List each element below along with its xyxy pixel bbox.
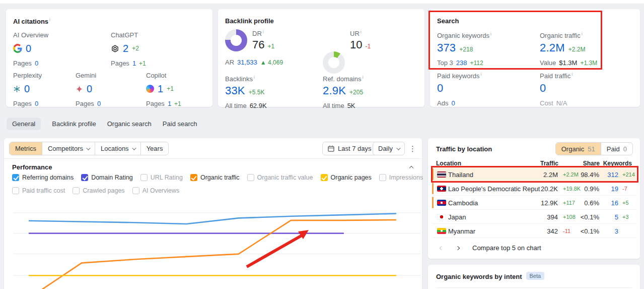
laos-flag-icon bbox=[437, 186, 446, 192]
metric-checkbox-organic-pages[interactable]: Organic pages bbox=[321, 174, 372, 181]
gemini-icon bbox=[76, 85, 83, 93]
organic-keywords-stat: Organic keywordsi 373 +218 Top 3238+112 bbox=[437, 31, 491, 67]
granularity-button[interactable]: Daily bbox=[373, 142, 405, 155]
info-icon[interactable]: i bbox=[254, 75, 255, 80]
location-table-header: Location Traffic Share Keywords bbox=[432, 159, 636, 167]
ai-stat-ai-overview: AI Overview 0 Pages0 bbox=[13, 31, 48, 67]
metric-checkbox-referring-domains[interactable]: Referring domains bbox=[12, 174, 74, 181]
toggle-organic[interactable]: Organic51 bbox=[556, 143, 601, 155]
location-row-cambodia[interactable]: Cambodia 12.9K +117 0.6% 16 +5 bbox=[432, 196, 636, 210]
info-icon[interactable]: i bbox=[49, 17, 50, 22]
metric-checkbox-ai-overviews[interactable]: AI Overviews bbox=[132, 187, 180, 194]
location-row-thailand[interactable]: Thailand 2.2M +2.2M 98.4% 312 +214 bbox=[432, 167, 636, 182]
up-triangle-icon: ▲ bbox=[260, 59, 266, 66]
backlinks-stat: Backlinksi 33K +5.5K All time62.9K bbox=[225, 75, 267, 109]
intent-panel-divider bbox=[436, 287, 632, 288]
keywords-by-intent-panel: Organic keywords by intentBeta bbox=[428, 265, 640, 289]
top-edge-strip bbox=[0, 0, 644, 4]
column-keywords[interactable]: Keywords bbox=[603, 160, 632, 167]
location-table-footer: Compare top 5 on chart bbox=[440, 244, 541, 252]
info-icon[interactable]: i bbox=[582, 31, 583, 36]
share-bar bbox=[432, 197, 434, 208]
performance-chart bbox=[4, 199, 422, 289]
cambodia-flag-icon bbox=[437, 200, 446, 206]
ahrefs-rank: AR 31,533 ▲ 4,069 bbox=[225, 59, 283, 66]
info-icon[interactable]: i bbox=[263, 29, 264, 34]
google-icon bbox=[13, 44, 22, 53]
backlink-profile-title: Backlink profile bbox=[225, 17, 274, 25]
ur-stat: URi 10 -1 bbox=[350, 29, 371, 51]
checkbox-icon bbox=[132, 187, 139, 194]
ai-stat-copilot: Copilot 1 +1 Pages1+1 bbox=[146, 72, 181, 107]
checkbox-icon bbox=[140, 174, 148, 181]
info-icon[interactable]: i bbox=[481, 72, 482, 77]
perplexity-icon bbox=[13, 85, 21, 93]
organic-traffic-stat: Organic traffici 2.2M +2.2M Value$1.3M+1… bbox=[540, 31, 597, 67]
traffic-by-location-panel: Traffic by location Organic51 Paid0 Loca… bbox=[428, 138, 640, 259]
checkbox-icon bbox=[247, 174, 254, 181]
share-bar bbox=[432, 183, 434, 194]
location-row-laos[interactable]: Lao People's Democratic Reput 20.2K +19.… bbox=[432, 182, 636, 196]
calendar-icon bbox=[328, 145, 334, 152]
segment-metrics[interactable]: Metrics bbox=[10, 142, 42, 155]
search-card: Search Organic keywordsi 373 +218 Top 32… bbox=[430, 9, 640, 107]
segment-locations[interactable]: Locations bbox=[95, 142, 140, 155]
chevron-down-icon bbox=[86, 146, 90, 150]
keywords-by-intent-title: Organic keywords by intentBeta bbox=[436, 272, 544, 280]
checkbox-icon bbox=[321, 174, 328, 181]
segment-years[interactable]: Years bbox=[140, 142, 169, 155]
report-tabs: General Backlink profile Organic search … bbox=[7, 118, 197, 130]
paid-keywords-stat: Paid keywordsi 0 Ads0 bbox=[437, 72, 482, 107]
thailand-flag-icon bbox=[437, 171, 446, 178]
chevron-down-icon bbox=[396, 146, 400, 150]
more-options-icon[interactable]: ⋮ bbox=[409, 145, 416, 152]
info-icon[interactable]: i bbox=[571, 72, 573, 77]
metric-checkbox-impressions[interactable]: Impressions bbox=[379, 174, 423, 181]
checkbox-icon bbox=[379, 174, 386, 181]
tab-paid-search[interactable]: Paid search bbox=[163, 118, 197, 130]
collapse-section-icon[interactable] bbox=[409, 166, 413, 170]
checkbox-icon bbox=[190, 174, 197, 181]
checkbox-icon bbox=[12, 174, 19, 181]
column-share[interactable]: Share bbox=[583, 160, 600, 167]
compare-top5-link[interactable]: Compare top 5 on chart bbox=[472, 244, 541, 252]
segment-competitors[interactable]: Competitors bbox=[42, 142, 95, 155]
ai-citations-card: AI citationsi AI Overview 0 Pages0 ChatG… bbox=[6, 9, 212, 107]
organic-paid-toggle: Organic51 Paid0 bbox=[555, 142, 633, 155]
metric-checkbox-organic-traffic-value[interactable]: Organic traffic value bbox=[247, 174, 313, 181]
beta-badge: Beta bbox=[526, 272, 545, 280]
ai-stat-chatgpt: ChatGPT 2 +2 Pages1+1 bbox=[111, 31, 146, 67]
performance-section-title: Performance bbox=[12, 163, 52, 171]
column-traffic[interactable]: Traffic bbox=[540, 160, 558, 167]
tab-backlink-profile[interactable]: Backlink profile bbox=[52, 118, 96, 130]
japan-flag-icon bbox=[437, 214, 446, 220]
info-icon[interactable]: i bbox=[490, 31, 491, 36]
location-row-myanmar[interactable]: Myanmar 342 -11 <0.1% 3 bbox=[432, 224, 636, 238]
search-title: Search bbox=[437, 17, 459, 25]
dr-donut-chart bbox=[225, 29, 247, 51]
ai-citations-title: AI citationsi bbox=[13, 17, 50, 25]
toggle-paid[interactable]: Paid0 bbox=[601, 143, 632, 155]
ai-stat-perplexity: Perplexity 0 Pages0 bbox=[13, 72, 42, 107]
metric-toggles-row-1: Referring domains Domain Rating URL Rati… bbox=[12, 174, 470, 181]
metric-checkbox-organic-traffic[interactable]: Organic traffic bbox=[190, 174, 240, 181]
checkbox-icon bbox=[81, 174, 88, 181]
info-icon[interactable]: i bbox=[361, 29, 362, 34]
checkbox-icon bbox=[73, 187, 80, 194]
toolbar-divider bbox=[4, 158, 422, 159]
chevron-down-icon bbox=[132, 146, 136, 150]
ur-donut-chart bbox=[323, 51, 345, 74]
page-previous-icon[interactable] bbox=[440, 246, 444, 250]
tab-general[interactable]: General bbox=[7, 118, 41, 130]
ai-stat-gemini: Gemini 0 Pages0 bbox=[76, 72, 104, 107]
metric-checkbox-crawled-pages[interactable]: Crawled pages bbox=[73, 187, 124, 194]
page-next-icon[interactable] bbox=[456, 246, 460, 250]
metric-checkbox-domain-rating[interactable]: Domain Rating bbox=[81, 174, 133, 181]
metric-checkbox-paid-traffic-cost[interactable]: Paid traffic cost bbox=[12, 187, 65, 194]
traffic-by-location-title: Traffic by location bbox=[436, 145, 492, 153]
info-icon[interactable]: i bbox=[363, 75, 364, 80]
tab-organic-search[interactable]: Organic search bbox=[107, 118, 152, 130]
column-location[interactable]: Location bbox=[436, 160, 461, 167]
metric-checkbox-url-rating[interactable]: URL Rating bbox=[140, 174, 183, 181]
location-row-japan[interactable]: Japan 394 +108 <0.1% 5 +3 bbox=[432, 210, 636, 224]
